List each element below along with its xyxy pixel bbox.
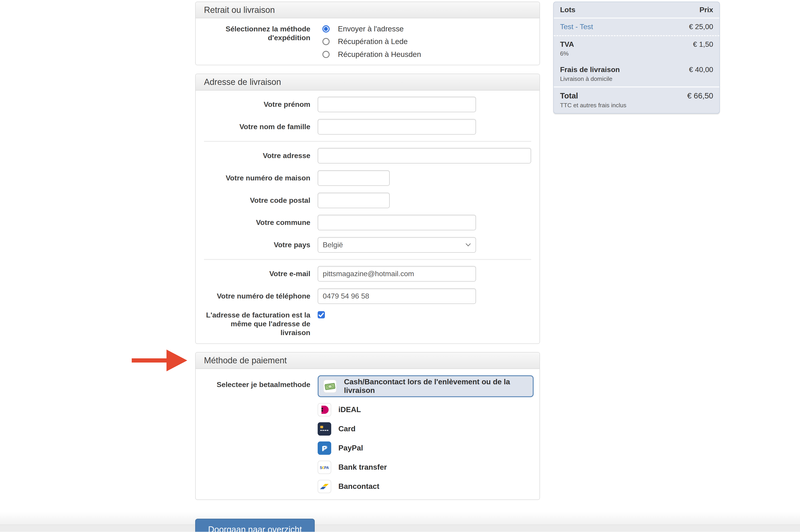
contact-group: Votre e-mail Votre numéro de téléphone L… (204, 259, 531, 343)
delivery-address-panel: Adresse de livraison Votre prénom Votre … (195, 74, 540, 344)
shipping-options: Envoyer à l'adresse Récupération à Lede … (318, 25, 421, 59)
shipping-method-panel: Retrait ou livraison Sélectionnez la mét… (195, 2, 540, 65)
payment-method-label: Selecteer je betaalmethode (204, 375, 311, 394)
payment-panel-body: Selecteer je betaalmethode (196, 369, 540, 499)
payment-option-bank-transfer[interactable]: S€PA Bank transfer (318, 461, 534, 474)
name-group: Votre prénom Votre nom de famille (204, 91, 531, 141)
radio-icon[interactable] (322, 38, 330, 45)
svg-text:S€PA: S€PA (320, 466, 329, 470)
check-icon (318, 312, 324, 318)
email-input[interactable] (318, 266, 476, 282)
shipping-fee-label: Frais de livraison (560, 65, 620, 74)
bancontact-icon (318, 480, 331, 493)
order-summary-header: Lots Prix (554, 2, 719, 19)
first-name-label: Votre prénom (204, 97, 311, 112)
summary-col-lots: Lots (560, 6, 575, 14)
country-label: Votre pays (204, 237, 311, 253)
total-label: Total (560, 92, 627, 100)
item-link[interactable]: Test - Test (560, 23, 593, 31)
street-input[interactable] (318, 148, 531, 164)
payment-option-paypal[interactable]: P P PayPal (318, 441, 534, 455)
email-label: Votre e-mail (204, 266, 311, 282)
radio-selected-icon[interactable] (322, 25, 330, 33)
total-sub: TTC et autres frais inclus (560, 102, 627, 109)
payment-method-panel: Méthode de paiement Selecteer je betaalm… (195, 352, 540, 500)
country-select[interactable]: België (318, 237, 476, 253)
house-number-label: Votre numéro de maison (204, 170, 311, 186)
payment-option-card[interactable]: Card (318, 422, 534, 436)
total-price: € 66,50 (687, 92, 713, 100)
payment-option-bancontact[interactable]: Bancontact (318, 480, 534, 493)
shipping-fee-sub: Livraison à domicile (560, 75, 620, 82)
red-arrow-annotation (132, 349, 188, 372)
shipping-panel-body: Sélectionnez la méthode d'expédition Env… (196, 18, 540, 65)
radio-icon[interactable] (322, 51, 330, 58)
city-label: Votre commune (204, 215, 311, 230)
shipping-panel-title: Retrait ou livraison (196, 2, 540, 19)
sepa-icon: S€PA (318, 461, 331, 474)
payment-panel-title: Méthode de paiement (196, 353, 540, 369)
item-price: € 25,00 (689, 23, 713, 31)
house-number-input[interactable] (318, 170, 390, 186)
shipping-option-send-to-address[interactable]: Envoyer à l'adresse (318, 25, 421, 33)
summary-tva-row: TVA 6% € 1,50 (554, 36, 719, 61)
order-summary-panel: Lots Prix Test - Test € 25,00 TVA 6% € 1… (553, 2, 720, 114)
shipping-option-pickup-lede[interactable]: Récupération à Lede (318, 37, 421, 46)
paypal-icon: P P (318, 441, 331, 455)
continue-to-overview-button[interactable]: Doorgaan naar overzicht (195, 519, 315, 532)
summary-item-row: Test - Test € 25,00 (554, 19, 719, 36)
country-select-value: België (323, 241, 343, 249)
postal-code-label: Votre code postal (204, 193, 311, 208)
city-input[interactable] (318, 215, 476, 230)
credit-card-icon (318, 422, 331, 436)
shipping-fee-price: € 40,00 (689, 65, 713, 74)
postal-code-input[interactable] (318, 193, 390, 208)
svg-text:P: P (322, 444, 327, 453)
payment-option-ideal[interactable]: iDEAL (318, 403, 534, 417)
billing-same-checkbox[interactable] (318, 311, 325, 318)
last-name-input[interactable] (318, 119, 476, 135)
summary-col-prix: Prix (700, 6, 713, 14)
address-panel-title: Adresse de livraison (196, 74, 540, 91)
cash-banknote-icon (323, 380, 337, 393)
last-name-label: Votre nom de famille (204, 119, 311, 135)
shipping-option-pickup-heusden[interactable]: Récupération à Heusden (318, 50, 421, 59)
phone-input[interactable] (318, 288, 476, 304)
shipping-method-label: Sélectionnez la méthode d'expédition (204, 25, 311, 42)
summary-total-row: Total TTC et autres frais inclus € 66,50 (554, 88, 719, 113)
checkout-form-column: Retrait ou livraison Sélectionnez la mét… (195, 2, 540, 532)
street-label: Votre adresse (204, 148, 311, 164)
address-panel-body: Votre prénom Votre nom de famille Votre … (196, 91, 540, 343)
summary-shipping-row: Frais de livraison Livraison à domicile … (554, 61, 719, 88)
tva-price: € 1,50 (693, 40, 713, 49)
billing-same-label: L'adresse de facturation est la même que… (204, 311, 311, 337)
payment-options: Cash/Bancontact lors de l'enlèvement ou … (318, 375, 534, 493)
first-name-input[interactable] (318, 97, 476, 112)
tva-label: TVA (560, 40, 574, 49)
phone-label: Votre numéro de téléphone (204, 288, 311, 304)
checkout-page: Retrait ou livraison Sélectionnez la mét… (0, 0, 800, 532)
street-group: Votre adresse Votre numéro de maison Vot… (204, 141, 531, 259)
tva-rate: 6% (560, 50, 574, 57)
payment-option-cash-bancontact[interactable]: Cash/Bancontact lors de l'enlèvement ou … (318, 375, 534, 397)
ideal-icon (318, 403, 331, 417)
